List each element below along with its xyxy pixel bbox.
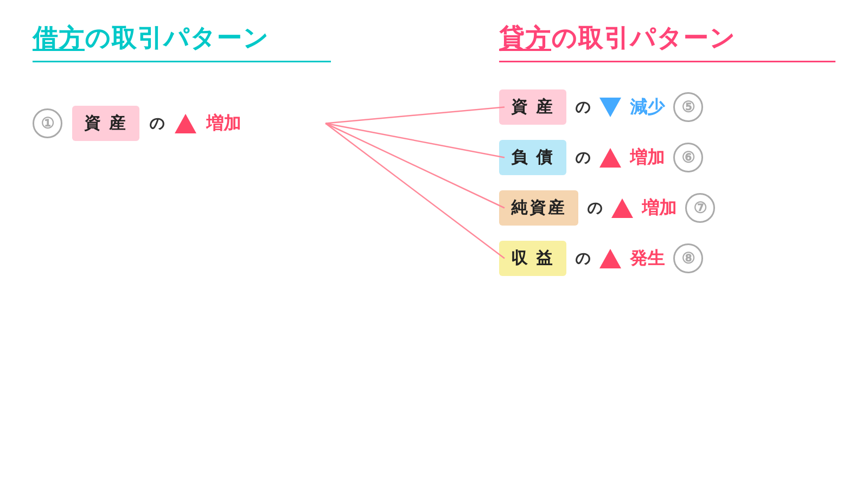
left-underline	[33, 61, 331, 62]
svg-line-2	[326, 124, 505, 208]
left-title-rest: の取引パターン	[85, 24, 269, 52]
tag-asset-right: 資 産	[499, 89, 566, 125]
tag-revenue-right: 収 益	[499, 241, 566, 276]
svg-line-1	[326, 124, 505, 158]
right-underline	[499, 61, 835, 62]
change-r8: 発生	[630, 247, 665, 271]
circle-6: ⑥	[673, 143, 703, 172]
main-container: 借方の取引パターン ① 資 産 の 増加 貸方の取引パターン 資 産 の 減少 …	[0, 0, 868, 488]
circle-5: ⑤	[673, 92, 703, 122]
connector-r5: の	[575, 97, 591, 118]
right-row-7: 純資産 の 増加 ⑦	[499, 190, 835, 226]
connector-left: の	[149, 113, 165, 134]
change-r7: 増加	[642, 196, 676, 220]
right-row-8: 収 益 の 発生 ⑧	[499, 241, 835, 276]
change-r6: 増加	[630, 146, 665, 170]
left-title-colored: 借方	[33, 24, 85, 52]
right-title-colored: 貸方	[499, 24, 551, 52]
arrow-up-r7	[611, 198, 633, 218]
right-title-rest: の取引パターン	[551, 24, 736, 52]
left-row-1: ① 資 産 の 増加	[33, 106, 331, 141]
svg-line-0	[326, 107, 505, 124]
connector-r8: の	[575, 248, 591, 269]
left-section: 借方の取引パターン ① 資 産 の 増加	[33, 22, 331, 141]
right-row-5: 資 産 の 減少 ⑤	[499, 89, 835, 125]
right-title: 貸方の取引パターン	[499, 22, 835, 55]
change-left: 増加	[206, 112, 241, 136]
tag-asset-left: 資 産	[72, 106, 139, 141]
change-r5: 減少	[630, 95, 665, 119]
right-section: 貸方の取引パターン 資 産 の 減少 ⑤ 負 債 の 増加 ⑥ 純資産 の 増加…	[499, 22, 835, 276]
arrow-up-r8	[599, 249, 621, 268]
circle-1: ①	[33, 108, 62, 138]
circle-7: ⑦	[685, 193, 715, 223]
circle-8: ⑧	[673, 243, 703, 273]
right-row-6: 負 債 の 増加 ⑥	[499, 140, 835, 175]
tag-equity-right: 純資産	[499, 190, 578, 226]
left-title: 借方の取引パターン	[33, 22, 331, 55]
tag-liability-right: 負 債	[499, 140, 566, 175]
arrow-down-r5	[599, 98, 621, 117]
arrow-up-left	[175, 114, 196, 133]
connector-r7: の	[587, 198, 603, 219]
arrow-up-r6	[599, 148, 621, 168]
connector-r6: の	[575, 147, 591, 168]
svg-line-3	[326, 124, 505, 259]
